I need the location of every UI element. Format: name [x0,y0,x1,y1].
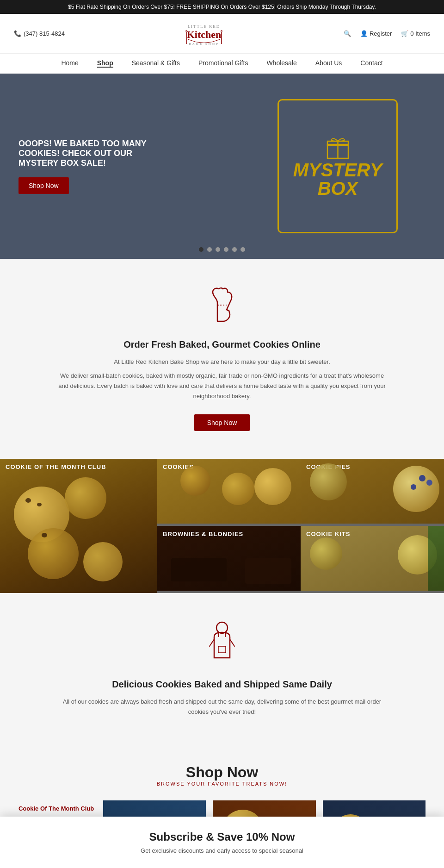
grid-cookie-kits[interactable]: COOKIE KITS [301,526,444,591]
grid-cookies[interactable]: COOKIES [157,459,301,524]
hero-heading: OOOPS! WE BAKED TOO MANY COOKIES! CHECK … [18,139,157,168]
carousel-dot-5[interactable] [232,247,237,252]
gift-icon [325,135,351,161]
cart-button[interactable]: 🛒 0 Items [401,30,430,37]
nav-home[interactable]: Home [61,59,78,68]
carousel-dot-2[interactable] [207,247,212,252]
fresh-para2: We deliver small-batch cookies, baked wi… [56,371,388,401]
section-baked: Delicious Cookies Baked and Shipped Same… [0,593,444,745]
banner-text: $5 Flat Rate Shipping On Orders Over $75… [68,4,376,10]
cart-icon: 🛒 [401,30,408,37]
baked-para: All of our cookies are always baked fres… [56,697,388,717]
hero-content: OOOPS! WE BAKED TOO MANY COOKIES! CHECK … [18,139,157,194]
site-header: 📞 (347) 815-4824 LITTLE RED Kitchen BAKE… [0,14,444,54]
mystery-box-graphic: MYSTERY BOX [278,99,398,233]
search-icon: 🔍 [344,30,351,37]
mystery-text: MYSTERY BOX [293,161,382,198]
section-fresh: Order Fresh Baked, Gourmet Cookies Onlin… [0,259,444,459]
main-nav: Home Shop Seasonal & Gifts Promotional G… [0,54,444,74]
carousel-dot-1[interactable] [199,247,204,252]
search-button[interactable]: 🔍 [344,30,351,37]
register-button[interactable]: 👤 Register [360,30,392,37]
nav-contact[interactable]: Contact [360,59,382,68]
carousel-dot-3[interactable] [216,247,220,252]
shop-now-heading: Shop Now [18,764,426,781]
header-actions: 🔍 👤 Register 🛒 0 Items [344,30,430,37]
fresh-para1: At Little Red Kitchen Bake Shop we are h… [56,357,388,367]
site-logo[interactable]: LITTLE RED Kitchen BAKE SHOP [181,19,227,49]
grid-label-month: COOKIE OF THE MONTH CLUB [6,463,106,470]
shop-grid: COOKIE OF THE MONTH CLUB COOKIES COOKIE … [0,459,444,593]
nav-seasonal[interactable]: Seasonal & Gifts [132,59,180,68]
baked-heading: Delicious Cookies Baked and Shipped Same… [56,679,388,690]
chef-apron-icon [56,621,388,670]
user-icon: 👤 [360,30,368,37]
grid-cookie-pies[interactable]: COOKIE PIES [301,459,444,524]
carousel-dot-6[interactable] [240,247,245,252]
top-banner: $5 Flat Rate Shipping On Orders Over $75… [0,0,444,14]
svg-text:LITTLE RED: LITTLE RED [188,24,221,29]
phone-number[interactable]: 📞 (347) 815-4824 [14,30,65,37]
nav-shop[interactable]: Shop [97,59,113,68]
nav-wholesale[interactable]: Wholesale [266,59,296,68]
sidebar-link-month[interactable]: Cookie Of The Month Club [18,805,94,812]
subscribe-text: Get exclusive discounts and early access… [18,847,426,854]
svg-rect-10 [218,646,226,653]
svg-text:Kitchen: Kitchen [187,29,222,40]
subscribe-popup: Subscribe & Save 10% Now Get exclusive d… [0,817,444,868]
fresh-shop-button[interactable]: Shop Now [194,414,250,431]
grid-label-brownies: BROWNIES & BLONDIES [163,531,243,537]
nav-promotional[interactable]: Promotional Gifts [198,59,248,68]
nav-about[interactable]: About Us [315,59,342,68]
carousel-dot-4[interactable] [224,247,228,252]
oven-mitt-icon [56,287,388,330]
carousel-dots [199,247,245,252]
logo-svg: LITTLE RED Kitchen BAKE SHOP [181,19,227,49]
grid-label-kits: COOKIE KITS [306,531,351,537]
fresh-heading: Order Fresh Baked, Gourmet Cookies Onlin… [56,339,388,350]
phone-icon: 📞 [14,30,21,37]
grid-brownies[interactable]: BROWNIES & BLONDIES [157,526,301,591]
svg-point-9 [216,622,228,633]
hero-banner: OOOPS! WE BAKED TOO MANY COOKIES! CHECK … [0,74,444,259]
subscribe-heading: Subscribe & Save 10% Now [18,831,426,843]
grid-cookie-month[interactable]: COOKIE OF THE MONTH CLUB [0,459,157,593]
shop-now-subtitle: BROWSE YOUR FAVORITE TREATS NOW! [18,781,426,787]
hero-shop-button[interactable]: Shop Now [18,177,69,194]
